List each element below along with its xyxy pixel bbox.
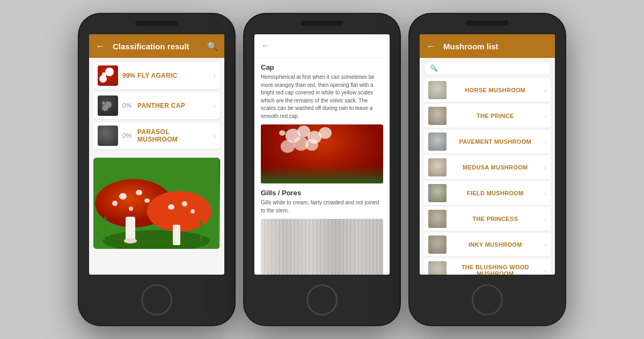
phone-3-header: ← Mushroom list bbox=[420, 34, 555, 58]
list-item-inky-mushroom[interactable]: INKY MUSHROOM › bbox=[424, 233, 551, 256]
parasol-name: PARASOL MUSHROOM bbox=[137, 128, 209, 143]
cap-description: Hemispherical at first when it can somet… bbox=[261, 73, 383, 120]
mushroom-main-photo bbox=[93, 158, 220, 249]
fly-agaric-svg bbox=[93, 158, 219, 249]
svg-point-7 bbox=[136, 190, 142, 195]
field-mushroom-name: FIELD MUSHROOM bbox=[451, 190, 540, 196]
blushing-wood-mushroom-thumb bbox=[428, 261, 447, 275]
horse-mushroom-thumb bbox=[428, 81, 447, 99]
detail-back-icon[interactable]: ← bbox=[261, 40, 270, 51]
cap-image-container bbox=[261, 124, 383, 183]
parasol-pct: 0% bbox=[122, 132, 133, 139]
chevron-right-icon: › bbox=[544, 164, 546, 172]
pavement-mushroom-thumb bbox=[428, 132, 447, 151]
chevron-right-icon: › bbox=[213, 101, 216, 110]
list-item-blushing-wood-mushroom[interactable]: THE BLUSHING WOOD MUSHROOM › bbox=[424, 259, 551, 275]
list-item-field-mushroom[interactable]: FIELD MUSHROOM › bbox=[424, 181, 551, 205]
chevron-right-icon: › bbox=[544, 112, 546, 120]
svg-point-8 bbox=[112, 201, 118, 206]
gills-photo bbox=[261, 219, 383, 275]
parasol-thumb bbox=[98, 126, 118, 146]
inky-mushroom-name: INKY MUSHROOM bbox=[451, 241, 540, 248]
medusa-mushroom-name: MEDUSA MUSHROOM bbox=[451, 164, 540, 171]
chevron-right-icon: › bbox=[544, 86, 546, 94]
result-item-panther[interactable]: 0% PANTHER CAP › bbox=[93, 92, 220, 119]
mushroom-list: HORSE MUSHROOM › THE PRINCE › PAVEMENT M… bbox=[420, 78, 555, 275]
the-prince-thumb bbox=[428, 107, 447, 125]
result-list: 99% FLY AGARIC › 0% PANTHER CAP › bbox=[89, 58, 224, 153]
phone-list: ← Mushroom list 🔍 HORSE MUSHROOM › bbox=[409, 14, 565, 325]
cap-section-title: Cap bbox=[261, 63, 383, 71]
search-bar[interactable]: 🔍 bbox=[424, 61, 551, 75]
search-icon[interactable]: 🔍 bbox=[207, 41, 218, 51]
inky-mushroom-thumb bbox=[428, 235, 447, 254]
the-princess-thumb bbox=[428, 210, 447, 228]
the-prince-name: THE PRINCE bbox=[451, 113, 540, 119]
list-screen: 🔍 HORSE MUSHROOM › THE PRINCE › bbox=[420, 58, 555, 275]
field-mushroom-thumb bbox=[428, 184, 447, 202]
svg-rect-12 bbox=[173, 225, 180, 245]
panther-image bbox=[98, 95, 118, 116]
list-item-horse-mushroom[interactable]: HORSE MUSHROOM › bbox=[424, 78, 551, 102]
fly-agaric-name: FLY AGARIC bbox=[137, 72, 209, 79]
phone-1-screen: ← Classification result 🔍 99% FLY AGARIC… bbox=[89, 34, 224, 275]
list-item-pavement-mushroom[interactable]: PAVEMENT MUSHROOM › bbox=[424, 130, 551, 153]
medusa-mushroom-thumb bbox=[428, 158, 447, 176]
panther-name: PANTHER CAP bbox=[137, 102, 209, 109]
phone-1-title: Classification result bbox=[113, 42, 203, 51]
svg-point-14 bbox=[182, 201, 187, 207]
chevron-right-icon: › bbox=[544, 215, 546, 223]
phones-container: ← Classification result 🔍 99% FLY AGARIC… bbox=[0, 0, 644, 339]
chevron-right-icon: › bbox=[544, 189, 546, 197]
result-item-fly-agaric[interactable]: 99% FLY AGARIC › bbox=[93, 62, 220, 89]
svg-point-10 bbox=[129, 207, 133, 211]
chevron-right-icon: › bbox=[213, 131, 216, 140]
phone-3-title: Mushroom list bbox=[443, 42, 548, 51]
horse-mushroom-name: HORSE MUSHROOM bbox=[451, 87, 540, 93]
parasol-image bbox=[98, 126, 118, 146]
the-princess-name: THE PRINCESS bbox=[451, 216, 540, 222]
fly-agaric-image bbox=[98, 65, 118, 86]
fly-agaric-thumb bbox=[98, 65, 118, 86]
search-bar-icon: 🔍 bbox=[430, 64, 438, 72]
pavement-mushroom-name: PAVEMENT MUSHROOM bbox=[451, 138, 540, 145]
fly-agaric-pct: 99% bbox=[122, 72, 133, 79]
list-item-the-princess[interactable]: THE PRINCESS › bbox=[424, 207, 551, 231]
svg-point-13 bbox=[168, 204, 174, 210]
phone-1-header: ← Classification result 🔍 bbox=[89, 34, 224, 58]
svg-point-5 bbox=[124, 238, 137, 244]
gills-image-container bbox=[261, 219, 383, 275]
chevron-right-icon: › bbox=[544, 241, 546, 249]
chevron-right-icon: › bbox=[544, 138, 546, 146]
svg-point-6 bbox=[119, 193, 127, 200]
phone-classification: ← Classification result 🔍 99% FLY AGARIC… bbox=[79, 14, 235, 325]
chevron-right-icon: › bbox=[544, 267, 546, 275]
gills-description: Gills white to cream, fairly crowded and… bbox=[261, 199, 383, 215]
detail-screen: ← Cap Hemispherical at first when it can… bbox=[254, 34, 390, 275]
phone-1-content: 99% FLY AGARIC › 0% PANTHER CAP › bbox=[89, 58, 224, 275]
phone-detail: ← Cap Hemispherical at first when it can… bbox=[244, 14, 400, 325]
chevron-right-icon: › bbox=[213, 71, 216, 80]
phone-3-screen: ← Mushroom list 🔍 HORSE MUSHROOM › bbox=[420, 34, 555, 275]
list-back-icon[interactable]: ← bbox=[426, 41, 436, 52]
panther-pct: 0% bbox=[122, 102, 133, 109]
list-item-the-prince[interactable]: THE PRINCE › bbox=[424, 104, 551, 128]
list-item-medusa-mushroom[interactable]: MEDUSA MUSHROOM › bbox=[424, 156, 551, 179]
svg-point-9 bbox=[144, 198, 150, 203]
svg-point-15 bbox=[191, 209, 195, 213]
svg-rect-4 bbox=[126, 217, 135, 241]
result-item-parasol[interactable]: 0% PARASOL MUSHROOM › bbox=[93, 122, 220, 149]
blushing-wood-mushroom-name: THE BLUSHING WOOD MUSHROOM bbox=[451, 264, 540, 275]
back-icon[interactable]: ← bbox=[96, 41, 105, 52]
phone-2-screen: ← Cap Hemispherical at first when it can… bbox=[254, 34, 390, 275]
panther-thumb bbox=[98, 95, 118, 116]
gills-section-title: Gills / Pores bbox=[261, 189, 383, 197]
cap-photo bbox=[261, 124, 383, 183]
detail-content: Cap Hemispherical at first when it can s… bbox=[254, 58, 390, 275]
